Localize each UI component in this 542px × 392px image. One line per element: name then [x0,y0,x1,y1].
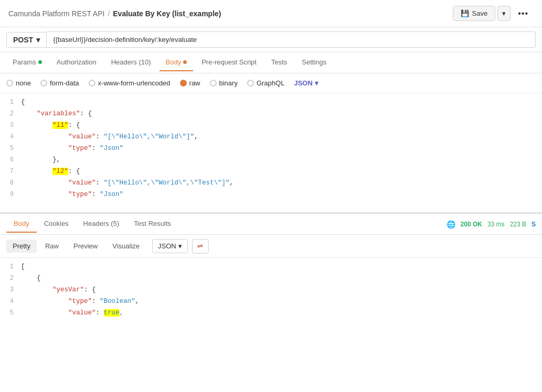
radio-graphql [247,80,254,86]
line-number: 1 [2,96,21,108]
line-number: 9 [2,189,21,200]
code-line-9: 9 "type": "Json" [0,189,542,200]
settings-label: Settings [302,58,326,66]
urlencoded-label: x-www-form-urlencoded [98,79,171,87]
tab-params[interactable]: Params [6,54,48,71]
status-extra: S [532,221,536,228]
resp-testresults-label: Test Results [134,220,171,227]
option-none[interactable]: none [6,79,31,87]
line-content: "value": true, [21,307,540,319]
response-status: 🌐 200 OK 33 ms 223 B S [447,220,536,228]
line-number: 8 [2,177,21,189]
line-number: 4 [2,296,21,307]
line-content: { [21,96,540,108]
line-number: 2 [2,273,21,284]
resp-raw-button[interactable]: Raw [39,239,65,253]
save-button[interactable]: 💾 Save [453,6,496,21]
raw-label: raw [189,79,200,87]
method-chevron-icon: ▾ [36,36,40,44]
tab-authorization[interactable]: Authorization [50,54,103,71]
resp-pretty-button[interactable]: Pretty [6,239,37,253]
globe-icon: 🌐 [447,220,455,228]
code-line-4: 4 "value": "[\"Hello\",\"World\"]", [0,131,542,143]
resp-json-dropdown[interactable]: JSON ▾ [152,239,188,253]
top-bar-actions: 💾 Save ▾ ••• [453,6,534,21]
none-label: none [16,79,31,87]
response-tabs: Body Cookies Headers (5) Test Results 🌐 … [0,214,542,235]
response-size: 223 B [510,221,526,228]
radio-none [6,80,13,86]
tab-prerequest[interactable]: Pre-request Script [195,54,263,71]
line-number: 5 [2,143,21,154]
option-urlencoded[interactable]: x-www-form-urlencoded [89,79,171,87]
wrap-icon: ⇌ [197,242,203,250]
option-form-data[interactable]: form-data [40,79,79,87]
url-input[interactable] [47,31,536,48]
line-number: 7 [2,166,21,177]
params-label: Params [13,58,36,66]
save-label: Save [472,9,488,17]
line-content: "type": "Boolean", [21,296,540,307]
line-content: "variables": { [21,108,540,119]
resp-tab-cookies[interactable]: Cookies [37,215,76,233]
resp-headers-label: Headers (5) [83,220,120,227]
authorization-label: Authorization [57,58,97,66]
line-content: "l2": { [21,166,540,177]
tests-label: Tests [271,58,287,66]
resp-code-line-3: 3 "yesVar": { [0,284,542,296]
resp-visualize-button[interactable]: Visualize [106,239,146,253]
radio-urlencoded [89,80,95,86]
option-graphql[interactable]: GraphQL [247,79,284,87]
save-dropdown-button[interactable]: ▾ [497,6,511,21]
line-content: [ [21,261,540,273]
tab-settings[interactable]: Settings [295,54,333,71]
binary-label: binary [219,79,238,87]
resp-tab-testresults[interactable]: Test Results [126,215,178,233]
tab-body[interactable]: Body [160,54,194,71]
json-format-label: JSON [294,79,312,87]
chevron-down-icon: ▾ [502,9,506,17]
url-bar: POST ▾ [0,27,542,52]
line-number: 6 [2,154,21,166]
resp-tab-body[interactable]: Body [6,215,37,233]
line-number: 4 [2,131,21,143]
option-binary[interactable]: binary [210,79,238,87]
radio-form-data [40,80,47,86]
headers-label: Headers (10) [111,58,151,66]
top-bar: Camunda Platform REST API / Evaluate By … [0,0,542,27]
code-line-3: 3 "l1": { [0,119,542,131]
code-line-8: 8 "value": "[\"Hello\",\"World\",\"Test\… [0,177,542,189]
resp-code-line-4: 4 "type": "Boolean", [0,296,542,307]
more-options-button[interactable]: ••• [513,6,534,21]
resp-tab-headers[interactable]: Headers (5) [76,215,127,233]
params-dot [38,60,42,64]
breadcrumb: Camunda Platform REST API / Evaluate By … [8,9,221,18]
prerequest-label: Pre-request Script [201,58,257,66]
json-format-dropdown[interactable]: JSON ▾ [294,79,318,87]
tab-tests[interactable]: Tests [265,54,293,71]
method-selector[interactable]: POST ▾ [6,32,47,48]
option-raw[interactable]: raw [180,79,200,87]
request-tabs: Params Authorization Headers (10) Body P… [0,52,542,73]
resp-cookies-label: Cookies [44,220,69,227]
wrap-button[interactable]: ⇌ [192,239,209,254]
radio-raw [180,80,187,86]
line-content: { [21,273,540,284]
line-content: "yesVar": { [21,284,540,296]
request-body-editor[interactable]: 1{2 "variables": {3 "l1": {4 "value": "[… [0,93,542,214]
code-line-7: 7 "l2": { [0,166,542,177]
line-content: "value": "[\"Hello\",\"World\"]", [21,131,540,143]
tab-headers[interactable]: Headers (10) [105,54,157,71]
code-line-2: 2 "variables": { [0,108,542,119]
code-line-5: 5 "type": "Json" [0,143,542,154]
resp-preview-button[interactable]: Preview [67,239,104,253]
status-code: 200 OK [461,221,482,228]
response-display-options: Pretty Raw Preview Visualize JSON ▾ ⇌ [0,235,542,258]
resp-body-label: Body [14,220,29,227]
json-chevron-icon: ▾ [315,79,318,87]
code-line-6: 6 }, [0,154,542,166]
line-content: "value": "[\"Hello\",\"World\",\"Test\"]… [21,177,540,189]
line-number: 2 [2,108,21,119]
breadcrumb-separator: / [108,9,110,18]
resp-json-chevron-icon: ▾ [178,242,182,250]
